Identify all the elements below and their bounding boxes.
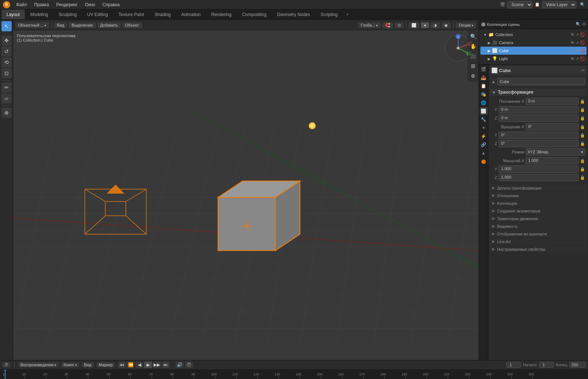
collection-vis-icon[interactable]: 👁 <box>570 32 575 37</box>
viewport-grab[interactable]: ✋ <box>469 42 477 51</box>
rotation-z-lock[interactable]: 🔒 <box>580 141 585 146</box>
prop-verts-icon[interactable]: ✦ <box>480 124 488 132</box>
collections-section[interactable]: ▶ Коллекции <box>490 200 587 207</box>
cube-hide-icon[interactable]: 🚫 <box>580 48 585 53</box>
shading-wireframe[interactable]: ⬜ <box>409 22 419 28</box>
prop-data-icon[interactable]: ▲ <box>480 149 488 157</box>
viewport-render-settings[interactable]: ⊕ <box>469 71 477 80</box>
prop-output-icon[interactable]: 📤 <box>480 74 488 82</box>
rotation-y-input[interactable]: 0° <box>499 132 579 139</box>
blender-logo[interactable]: B <box>3 1 10 8</box>
scene-view[interactable] <box>13 31 479 360</box>
tool-transform[interactable]: ⊡ <box>1 68 12 78</box>
position-y-lock[interactable]: 🔒 <box>580 108 585 112</box>
viewport-proportional[interactable]: ⊙ <box>395 22 404 28</box>
viewport-add-menu[interactable]: Добавить <box>97 22 121 28</box>
position-x-input[interactable]: 0 m <box>526 98 579 105</box>
playback-menu[interactable]: Воспроизведение <box>18 362 58 367</box>
next-frame-btn[interactable]: ▶▶ <box>153 362 161 368</box>
position-z-input[interactable]: 0 m <box>499 114 579 122</box>
shading-solid[interactable]: ● <box>421 22 429 28</box>
viewport-zoom-search[interactable]: 🔍 <box>469 32 477 41</box>
tree-item-collection[interactable]: ▼ 📁 Collection 👁 ↗ 🚫 <box>480 31 587 39</box>
prop-view-layer-icon[interactable]: 📋 <box>480 82 488 90</box>
rotation-x-input[interactable]: 0° <box>526 123 579 130</box>
keying-menu[interactable]: Кеинг <box>61 362 79 367</box>
jump-end-btn[interactable]: ⏭ <box>162 362 170 368</box>
custom-props-section[interactable]: ▶ Настраиваемые свойства <box>490 246 587 253</box>
tool-move[interactable]: ✥ <box>1 35 12 46</box>
tab-texture-paint[interactable]: Texture Paint <box>113 9 149 19</box>
rotation-x-lock[interactable]: 🔒 <box>580 125 585 129</box>
tab-shading[interactable]: Shading <box>150 9 176 19</box>
position-z-lock[interactable]: 🔒 <box>580 116 585 121</box>
tree-item-light[interactable]: ▶ 💡 Light 👁 ↗ 🚫 <box>480 55 587 63</box>
tab-layout[interactable]: Layout <box>1 9 25 19</box>
viewport-select-menu[interactable]: Выделение <box>69 22 96 28</box>
prop-modifiers-icon[interactable]: 🔧 <box>480 116 488 124</box>
search-icon[interactable]: 🔍 <box>580 2 585 7</box>
prop-scene-icon[interactable]: 🎭 <box>480 90 488 98</box>
tool-rotate[interactable]: ↺ <box>1 46 12 56</box>
tab-uv-editing[interactable]: UV Editing <box>82 9 113 19</box>
cube-select-icon[interactable]: ↗ <box>576 48 579 53</box>
mesh-name-input[interactable]: Cube <box>497 78 585 85</box>
prop-world-icon[interactable]: 🌐 <box>480 99 488 107</box>
rotation-mode-select[interactable]: XYZ Эйлер ▾ <box>526 148 585 156</box>
tab-compositing[interactable]: Compositing <box>237 9 272 19</box>
jump-start-btn[interactable]: ⏮ <box>118 362 126 368</box>
view-menu[interactable]: Вид <box>82 362 94 367</box>
prop-material-icon[interactable]: ⬤ <box>480 157 488 165</box>
prop-render-icon[interactable]: 🎬 <box>480 65 488 73</box>
timeline-track[interactable]: 1 10 20 30 40 50 60 70 80 <box>0 370 588 379</box>
visibility-section[interactable]: ▶ Видимость <box>490 223 587 230</box>
scale-x-input[interactable]: 1.000 <box>526 157 579 164</box>
tool-select[interactable]: ↖ <box>1 21 12 31</box>
menu-edit[interactable]: Правка <box>31 1 52 8</box>
tool-measure[interactable]: ▱ <box>1 93 12 103</box>
tab-scripting[interactable]: Scripting <box>316 9 343 19</box>
mode-selector[interactable]: Объектный ... <box>15 22 49 28</box>
tool-scale[interactable]: ⟲ <box>1 57 12 67</box>
shading-render[interactable]: ◉ <box>441 22 451 28</box>
viewport-grid[interactable]: ⊞ <box>469 62 477 70</box>
current-frame-input[interactable] <box>506 362 521 368</box>
tree-item-cube[interactable]: ▶ ⬜ Cube 👁 ↗ 🚫 <box>480 47 587 55</box>
camera-hide-icon[interactable]: 🚫 <box>580 40 585 45</box>
viewport[interactable]: Объектный ... Вид Выделение Добавить Объ… <box>13 20 479 360</box>
shading-material[interactable]: ◑ <box>430 22 440 28</box>
camera-vis-icon[interactable]: 👁 <box>570 40 575 45</box>
viewport-object-menu[interactable]: Объект <box>122 22 142 28</box>
prop-constraints-icon[interactable]: 🔗 <box>480 141 488 149</box>
position-y-input[interactable]: 0 m <box>499 106 579 113</box>
line-art-section[interactable]: ▶ Line Art <box>490 238 587 245</box>
prop-object-icon[interactable]: ⬜ <box>480 107 488 115</box>
collection-select-icon[interactable]: ↗ <box>576 32 579 37</box>
viewport-camera[interactable]: 🎥 <box>469 52 477 60</box>
tab-sculpting[interactable]: Sculpting <box>54 9 82 19</box>
view-layer-selector[interactable]: View Layer <box>542 1 576 8</box>
menu-render[interactable]: Рендеринг <box>53 1 81 8</box>
scale-z-input[interactable]: 1.000 <box>499 174 579 181</box>
menu-file[interactable]: Файл <box>13 1 30 8</box>
position-x-lock[interactable]: 🔒 <box>580 99 585 104</box>
rotation-z-input[interactable]: 0° <box>499 140 579 147</box>
light-hide-icon[interactable]: 🚫 <box>580 56 585 61</box>
light-vis-icon[interactable]: 👁 <box>570 56 575 61</box>
cube-vis-icon[interactable]: 👁 <box>570 48 575 53</box>
collection-hide-icon[interactable]: 🚫 <box>580 32 585 37</box>
object-name-edit-icon[interactable]: ✏ <box>581 68 585 73</box>
add-workspace-button[interactable]: + <box>343 9 352 19</box>
light-select-icon[interactable]: ↗ <box>576 56 579 61</box>
scene-filter-icon[interactable]: 🔍 <box>576 22 581 27</box>
end-frame-input[interactable] <box>569 362 586 368</box>
scene-settings-icon[interactable]: ⚙ <box>582 22 586 27</box>
tab-geometry-nodes[interactable]: Geometry Nodes <box>272 9 315 19</box>
viewport-options[interactable]: Опции <box>456 22 476 28</box>
prev-frame-btn[interactable]: ◀ <box>135 362 143 368</box>
scale-y-lock[interactable]: 🔒 <box>580 167 585 172</box>
viewport-display-section[interactable]: ▶ Отображение во вьюпорте <box>490 230 587 237</box>
tree-item-camera[interactable]: ▶ 🎥 Camera 👁 ↗ 🚫 <box>480 39 587 47</box>
menu-help[interactable]: Справка <box>100 1 123 8</box>
menu-window[interactable]: Окно <box>82 1 98 8</box>
